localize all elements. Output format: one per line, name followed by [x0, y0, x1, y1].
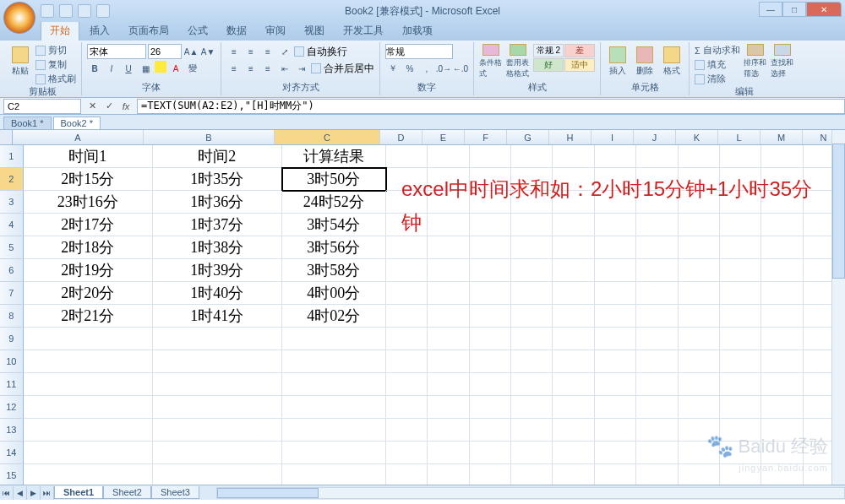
cell-A7[interactable]: 2时20分: [24, 282, 153, 305]
select-all-corner[interactable]: [0, 130, 13, 144]
fill-color-icon[interactable]: [155, 61, 166, 73]
delete-cells-button[interactable]: 删除: [633, 44, 657, 79]
align-bottom-icon[interactable]: ≡: [260, 44, 275, 59]
ribbon-tab-加载项[interactable]: 加载项: [394, 21, 441, 41]
cell-K8[interactable]: [679, 305, 720, 328]
cell-H9[interactable]: [553, 328, 594, 350]
cell-C10[interactable]: [282, 350, 386, 373]
cell-L6[interactable]: [720, 259, 761, 282]
cell-A5[interactable]: 2时18分: [24, 236, 153, 259]
cell-M8[interactable]: [761, 305, 803, 328]
cell-I14[interactable]: [595, 442, 636, 464]
cell-C5[interactable]: 3时56分: [282, 236, 386, 259]
cell-H8[interactable]: [553, 305, 594, 328]
cell-C12[interactable]: [282, 396, 386, 419]
cell-L10[interactable]: [720, 350, 761, 373]
column-header-D[interactable]: D: [380, 130, 422, 144]
close-button[interactable]: ✕: [806, 2, 842, 17]
cell-I6[interactable]: [595, 259, 636, 282]
cell-F6[interactable]: [470, 259, 511, 282]
conditional-format-button[interactable]: 条件格式: [479, 44, 503, 79]
office-button[interactable]: [3, 2, 35, 34]
currency-icon[interactable]: ￥: [385, 61, 401, 76]
cell-K10[interactable]: [679, 350, 720, 373]
italic-button[interactable]: I: [104, 61, 119, 76]
cell-F11[interactable]: [470, 373, 511, 396]
workbook-tab-Book2[interactable]: Book2 *: [53, 117, 101, 129]
cell-K9[interactable]: [679, 328, 720, 350]
find-select-button[interactable]: 查找和选择: [771, 44, 794, 79]
column-header-I[interactable]: I: [592, 130, 634, 144]
formula-input[interactable]: [137, 99, 845, 114]
cell-F8[interactable]: [470, 305, 511, 328]
cell-B8[interactable]: 1时41分: [153, 305, 282, 328]
cell-G15[interactable]: [511, 464, 553, 485]
sheet-tab-Sheet3[interactable]: Sheet3: [151, 486, 199, 499]
cell-C6[interactable]: 3时58分: [282, 259, 386, 282]
cell-G7[interactable]: [511, 282, 553, 305]
cell-F15[interactable]: [470, 464, 511, 485]
minimize-button[interactable]: —: [759, 2, 782, 17]
increase-font-icon[interactable]: A▲: [183, 44, 199, 59]
cell-I13[interactable]: [595, 419, 636, 442]
row-header-12[interactable]: 12: [0, 396, 24, 419]
cell-B1[interactable]: 时间2: [153, 145, 282, 168]
cell-C3[interactable]: 24时52分: [282, 191, 386, 214]
orientation-icon[interactable]: ⤢: [277, 44, 292, 59]
name-box[interactable]: C2: [3, 99, 81, 114]
font-size-select[interactable]: [148, 44, 182, 59]
cell-G14[interactable]: [511, 442, 553, 464]
style-bad[interactable]: 差: [564, 44, 595, 57]
cell-B10[interactable]: [153, 350, 282, 373]
row-header-14[interactable]: 14: [0, 442, 24, 464]
row-header-15[interactable]: 15: [0, 464, 24, 485]
cell-C13[interactable]: [282, 419, 386, 442]
cell-G8[interactable]: [511, 305, 553, 328]
align-middle-icon[interactable]: ≡: [243, 44, 259, 59]
insert-cells-button[interactable]: 插入: [606, 44, 630, 79]
cell-B12[interactable]: [153, 396, 282, 419]
fill-button[interactable]: 填充: [695, 58, 740, 71]
clear-button[interactable]: 清除: [695, 73, 740, 85]
sheet-nav-next-icon[interactable]: ▶: [27, 486, 41, 500]
cell-F9[interactable]: [470, 328, 511, 350]
cell-E10[interactable]: [428, 350, 469, 373]
cell-B3[interactable]: 1时36分: [153, 191, 282, 214]
align-left-icon[interactable]: ≡: [226, 61, 242, 76]
cell-L1[interactable]: [720, 145, 761, 168]
cell-J15[interactable]: [636, 464, 678, 485]
cell-A13[interactable]: [24, 419, 153, 442]
cell-H10[interactable]: [553, 350, 594, 373]
cell-A9[interactable]: [24, 328, 153, 350]
ribbon-tab-视图[interactable]: 视图: [296, 21, 333, 41]
sheet-tab-Sheet1[interactable]: Sheet1: [54, 486, 103, 499]
enter-formula-icon[interactable]: ✓: [101, 100, 117, 113]
cell-J6[interactable]: [636, 259, 678, 282]
cell-I12[interactable]: [595, 396, 636, 419]
cell-D12[interactable]: [386, 396, 428, 419]
cell-I1[interactable]: [595, 145, 636, 168]
cell-A11[interactable]: [24, 373, 153, 396]
cell-D1[interactable]: [386, 145, 428, 168]
row-header-1[interactable]: 1: [0, 145, 24, 168]
sort-filter-button[interactable]: 排序和筛选: [744, 44, 767, 79]
copy-button[interactable]: 复制: [35, 58, 76, 71]
cell-C11[interactable]: [282, 373, 386, 396]
cell-E11[interactable]: [428, 373, 469, 396]
cell-K1[interactable]: [679, 145, 720, 168]
cell-J1[interactable]: [636, 145, 678, 168]
column-header-K[interactable]: K: [676, 130, 718, 144]
sheet-nav-first-icon[interactable]: ⏮: [0, 486, 14, 500]
cell-K5[interactable]: [679, 236, 720, 259]
cell-I8[interactable]: [595, 305, 636, 328]
cell-B14[interactable]: [153, 442, 282, 464]
cell-C4[interactable]: 3时54分: [282, 214, 386, 236]
border-icon[interactable]: ▦: [138, 61, 153, 76]
cell-A2[interactable]: 2时15分: [24, 168, 153, 191]
cell-B7[interactable]: 1时40分: [153, 282, 282, 305]
cell-A1[interactable]: 时间1: [24, 145, 153, 168]
cell-C7[interactable]: 4时00分: [282, 282, 386, 305]
ribbon-tab-开始[interactable]: 开始: [41, 20, 79, 41]
row-header-13[interactable]: 13: [0, 419, 24, 442]
ribbon-tab-插入[interactable]: 插入: [81, 21, 118, 41]
